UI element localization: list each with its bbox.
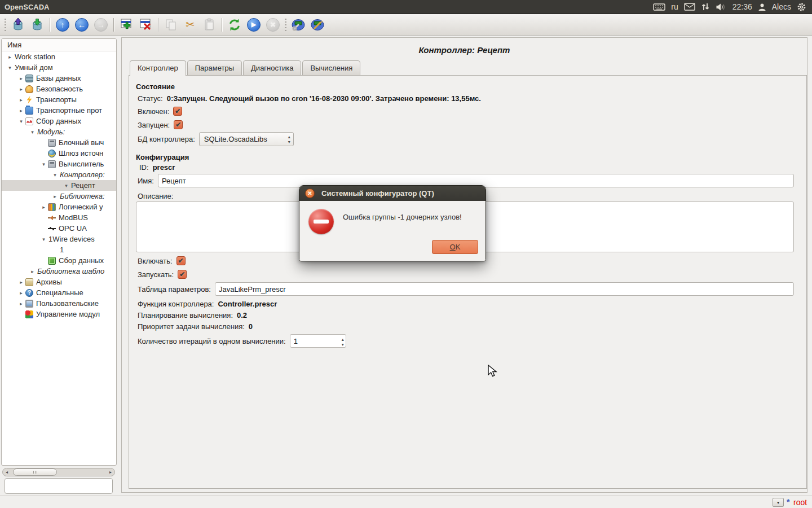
expander-icon[interactable]: ▸: [6, 54, 14, 60]
cut-button[interactable]: ✂: [182, 16, 198, 33]
tree-item[interactable]: Сбор данных: [2, 255, 116, 266]
toolbar-separator: [113, 18, 114, 32]
expander-icon[interactable]: ▾: [51, 172, 59, 178]
qtstarter-button[interactable]: [309, 16, 326, 33]
network-updown-icon[interactable]: [701, 2, 710, 11]
top-panel: OpenSCADA ru 22:36 Alecs: [0, 0, 812, 14]
status-combo-button[interactable]: ▾: [773, 498, 784, 507]
tree-item[interactable]: ▾ Вычислитель: [2, 159, 116, 169]
go-up-button[interactable]: ↑: [54, 16, 71, 33]
tree-filter-input[interactable]: [5, 478, 113, 494]
tab-calculations[interactable]: Вычисления: [302, 60, 360, 76]
tree-item[interactable]: ▸ Транспортные прот: [2, 105, 116, 116]
expander-icon[interactable]: ▾: [63, 183, 70, 189]
page-title: Контроллер: Рецепт: [121, 45, 807, 55]
spinner-arrows-icon[interactable]: ▴▾: [342, 337, 344, 347]
go-back-button[interactable]: ←: [73, 16, 90, 33]
security-icon: [25, 85, 33, 93]
to-enable-checkbox[interactable]: [176, 256, 186, 265]
expander-icon[interactable]: ▸: [29, 269, 36, 274]
scroll-right-icon[interactable]: ▸: [107, 470, 114, 475]
load-from-db-button[interactable]: [10, 16, 27, 33]
tree-item[interactable]: ▾ Контроллер:: [2, 169, 116, 180]
toolbar-grip[interactable]: [285, 19, 286, 31]
expander-icon[interactable]: ▸: [17, 290, 25, 296]
running-checkbox[interactable]: [174, 120, 183, 129]
volume-icon[interactable]: [716, 3, 727, 11]
tree-item[interactable]: ModBUS: [2, 212, 116, 223]
tree-item[interactable]: ▾ Рецепт: [2, 180, 116, 191]
iterations-spinbox[interactable]: ▴▾: [290, 334, 346, 348]
toolbar-grip[interactable]: [5, 19, 6, 31]
expander-icon[interactable]: ▸: [17, 301, 25, 306]
expander-icon[interactable]: ▸: [17, 108, 25, 113]
expander-icon[interactable]: ▸: [17, 86, 25, 92]
add-item-button[interactable]: [118, 16, 135, 33]
tree-item[interactable]: Блочный выч: [2, 137, 116, 148]
tree-item[interactable]: ▾ Умный дом: [2, 62, 116, 73]
mail-icon[interactable]: [684, 3, 695, 11]
tree-item[interactable]: ▾ Сбор данных: [2, 116, 116, 126]
tree-item[interactable]: ▸ Work station: [2, 51, 116, 62]
tree-horizontal-scrollbar[interactable]: ◂ ▸: [2, 468, 115, 476]
expander-icon[interactable]: ▾: [6, 65, 14, 71]
expander-icon[interactable]: ▾: [40, 237, 47, 242]
expander-icon[interactable]: ▸: [40, 204, 47, 210]
tree-item[interactable]: ▸ Транспорты: [2, 94, 116, 105]
expander-icon[interactable]: ▾: [17, 119, 25, 124]
calc-icon: [48, 139, 56, 147]
tree-item[interactable]: ▸ Архивы: [2, 277, 116, 287]
expander-icon[interactable]: ▸: [17, 279, 25, 285]
keyboard-layout[interactable]: ru: [671, 2, 678, 11]
tab-diagnostics[interactable]: Диагностика: [243, 60, 301, 76]
tree-item[interactable]: ▸ Безопасность: [2, 84, 116, 94]
save-to-db-button[interactable]: [29, 16, 46, 33]
tree-item[interactable]: ▾ 1Wire devices: [2, 234, 116, 244]
modified-indicator: *: [787, 497, 789, 506]
expander-icon[interactable]: ▸: [17, 97, 25, 103]
delete-item-button[interactable]: [137, 16, 154, 33]
tree-item[interactable]: Управление модул: [2, 309, 116, 319]
dialog-titlebar[interactable]: ✕ Системный конфигуратор (QT): [299, 186, 486, 201]
tab-parameters[interactable]: Параметры: [187, 60, 242, 76]
expander-icon[interactable]: ▾: [40, 161, 47, 167]
expander-icon[interactable]: ▾: [29, 129, 36, 135]
tree-header[interactable]: Имя: [2, 39, 116, 51]
scrollbar-thumb[interactable]: [13, 468, 57, 476]
iterations-input[interactable]: [290, 334, 346, 348]
spinner-arrows-icon[interactable]: ▴▾: [288, 134, 290, 144]
param-table-input[interactable]: [215, 282, 794, 296]
toolbar: ↑ ← → ✂ ▶ ✖: [0, 14, 812, 36]
tree-item[interactable]: ▸ Библиотека:: [2, 191, 116, 202]
qtcfg-button[interactable]: [290, 16, 307, 33]
expander-icon[interactable]: ▸: [51, 194, 59, 199]
expander-icon[interactable]: ▸: [17, 76, 25, 81]
tree-item[interactable]: ▸ Пользовательские: [2, 298, 116, 309]
tree-item[interactable]: OPC UA: [2, 223, 116, 234]
tree-item[interactable]: 1: [2, 244, 116, 255]
keyboard-icon[interactable]: [653, 2, 665, 11]
user-icon[interactable]: [758, 3, 766, 11]
tree-item[interactable]: Шлюз источн: [2, 148, 116, 159]
gateway-icon: [48, 150, 56, 157]
to-start-checkbox[interactable]: [178, 270, 187, 279]
modbus-icon: [48, 214, 56, 222]
scroll-left-icon[interactable]: ◂: [3, 470, 11, 475]
refresh-button[interactable]: [226, 16, 243, 33]
gear-icon[interactable]: [797, 2, 806, 12]
tree-item[interactable]: ▸ Специальные: [2, 287, 116, 298]
tree-item[interactable]: ▾ Модуль:: [2, 126, 116, 137]
clock[interactable]: 22:36: [732, 2, 752, 11]
tab-controller[interactable]: Контроллер: [130, 60, 186, 76]
toolbar-separator: [158, 18, 158, 32]
tree-item[interactable]: ▸ Базы данных: [2, 73, 116, 84]
controller-db-select[interactable]: SQLite.OscadaLibs ▴▾: [199, 132, 294, 146]
ok-button[interactable]: OK: [432, 240, 478, 254]
tree-item[interactable]: ▸ Библиотека шабло: [2, 266, 116, 277]
close-icon[interactable]: ✕: [305, 189, 315, 198]
session-user[interactable]: Alecs: [772, 2, 791, 11]
archives-icon: [25, 278, 33, 286]
start-button[interactable]: ▶: [245, 16, 262, 33]
tree-item[interactable]: ▸ Логический у: [2, 202, 116, 212]
enabled-checkbox[interactable]: [173, 107, 182, 116]
